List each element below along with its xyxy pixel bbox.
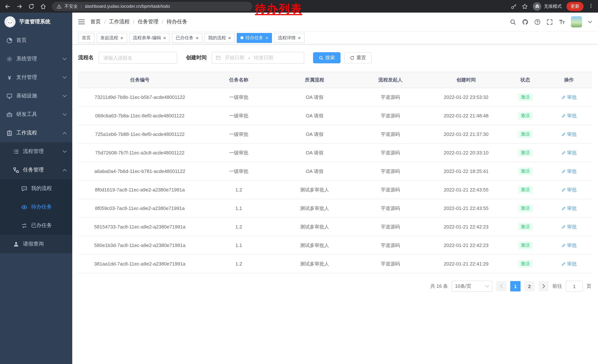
address-bar[interactable]: 不安全 | dashboard.yudao.iocoder.cn/bpm/tas… <box>52 2 252 11</box>
sidebar-toggle-icon[interactable] <box>78 19 85 25</box>
task-id-cell: 8f0d1619-7ac8-11ec-a9e2-a2380e71991a <box>78 180 201 199</box>
logo-avatar <box>4 16 16 27</box>
tab-label: 我的流程 <box>208 35 226 41</box>
avatar-caret-icon[interactable] <box>588 21 592 23</box>
create-time-cell: 2022-01-21 22:43:55 <box>428 199 505 218</box>
approve-link[interactable]: 审批 <box>561 205 577 212</box>
approve-link[interactable]: 审批 <box>561 242 577 249</box>
sidebar-item-system[interactable]: 系统管理 <box>0 50 72 68</box>
goto-page-input[interactable] <box>566 281 583 292</box>
approve-link[interactable]: 审批 <box>561 260 577 267</box>
view-tab[interactable]: 流程详情 × <box>274 33 304 43</box>
create-time-cell: 2022-01-21 22:41:29 <box>428 255 505 273</box>
tab-label: 流程表单-编辑 <box>133 35 161 41</box>
status-cell: 激活 <box>505 199 546 218</box>
tab-label: 已办任务 <box>176 35 193 41</box>
view-tab[interactable]: 发起流程 × <box>97 33 127 43</box>
sidebar-item-process-management[interactable]: 流程管理 <box>0 142 72 161</box>
sidebar-item-payment[interactable]: ¥ 支付管理 <box>0 68 72 87</box>
table-row: 8f0d1619-7ac8-11ec-a9e2-a2380e71991a 1.2… <box>78 180 592 199</box>
browser-home-icon[interactable] <box>40 3 46 9</box>
bookmark-star-icon[interactable] <box>522 3 528 9</box>
breadcrumb-item[interactable]: 任务管理 <box>130 18 158 25</box>
url-text[interactable]: dashboard.yudao.iocoder.cn/bpm/task/todo <box>85 4 170 9</box>
search-button[interactable]: 搜索 <box>313 52 341 63</box>
table-row: 58154733-7ac8-11ec-a9e2-a2380e71991a 1.2… <box>78 218 592 236</box>
tab-label: 待办任务 <box>245 35 263 41</box>
sidebar-item-leave-query[interactable]: 请假查询 <box>0 235 72 253</box>
view-tab[interactable]: 流程表单-编辑 × <box>129 33 170 43</box>
tab-close-icon[interactable]: × <box>163 35 166 40</box>
sidebar-item-label: 我的流程 <box>31 185 52 192</box>
status-badge: 激活 <box>518 186 533 194</box>
view-tab[interactable]: 首页 × <box>78 33 94 43</box>
status-cell: 激活 <box>505 88 546 106</box>
sidebar-item-infrastructure[interactable]: 基础设施 <box>0 87 72 105</box>
browser-reload-icon[interactable] <box>28 3 34 9</box>
view-tab[interactable]: 我的流程 × <box>205 33 235 43</box>
tab-close-icon[interactable]: × <box>196 35 199 40</box>
page-number-button[interactable]: 2 <box>524 281 535 291</box>
approve-label: 审批 <box>567 224 577 230</box>
browser-back-icon[interactable] <box>4 3 11 9</box>
chevron-up-icon <box>63 132 67 134</box>
view-tab[interactable]: 待办任务 × <box>237 33 272 43</box>
breadcrumb-item[interactable]: 待办任务 <box>158 18 187 25</box>
tab-close-icon[interactable]: × <box>298 35 301 40</box>
prev-page-button[interactable] <box>496 281 507 291</box>
date-range-picker[interactable]: 开始日期 - 结束日期 <box>212 52 304 64</box>
process-name-input[interactable] <box>99 52 177 64</box>
edit-icon <box>561 187 565 192</box>
sidebar-item-label: 流程管理 <box>23 148 44 155</box>
app-logo[interactable]: 芋道管理系统 <box>0 13 72 31</box>
user-avatar[interactable] <box>571 16 582 27</box>
search-icon[interactable] <box>510 19 516 25</box>
table-row: 381aa1dd-7ac8-11ec-a9e2-a2380e71991a 1.2… <box>78 255 592 273</box>
tab-close-icon[interactable]: × <box>266 35 268 40</box>
goto-label: 前往 <box>552 283 562 290</box>
browser-forward-icon[interactable] <box>16 3 23 9</box>
browser-menu-icon[interactable] <box>588 3 594 9</box>
page-size-select[interactable]: 10条/页 <box>452 281 492 292</box>
action-cell: 审批 <box>546 236 592 255</box>
approve-link[interactable]: 审批 <box>561 186 577 193</box>
list-icon <box>13 148 19 155</box>
not-secure-warning-icon[interactable] <box>57 4 61 9</box>
approve-link[interactable]: 审批 <box>561 224 577 230</box>
approve-link[interactable]: 审批 <box>561 168 577 175</box>
task-id-cell: 725a1eb6-7b88-11ec-8ef0-acde48001122 <box>78 125 201 144</box>
status-cell: 激活 <box>505 125 546 144</box>
active-tab-dot <box>241 36 244 39</box>
update-button[interactable]: 更新 <box>566 2 583 11</box>
page-number-button[interactable]: 1 <box>510 281 521 291</box>
fullscreen-icon[interactable] <box>547 19 553 25</box>
breadcrumb-item[interactable]: 首页 <box>91 18 101 25</box>
view-tab[interactable]: 已办任务 × <box>172 33 202 43</box>
reset-button[interactable]: 重置 <box>344 52 372 63</box>
github-icon[interactable] <box>522 19 528 25</box>
sidebar-item-task-management[interactable]: 任务管理 <box>0 161 72 179</box>
font-size-icon[interactable] <box>559 19 565 25</box>
password-key-icon[interactable] <box>511 3 517 9</box>
filter-bar: 流程名 创建时间 开始日期 - 结束日期 <box>78 52 592 64</box>
tab-close-icon[interactable]: × <box>228 35 231 40</box>
sidebar-item-home[interactable]: 首页 <box>0 31 72 50</box>
approve-link[interactable]: 审批 <box>561 94 577 101</box>
sidebar-item-done-tasks[interactable]: 已办任务 <box>0 216 72 235</box>
sidebar-item-todo-tasks[interactable]: 待办任务 <box>0 198 72 216</box>
approve-link[interactable]: 审批 <box>561 131 577 138</box>
action-cell: 审批 <box>546 218 592 236</box>
breadcrumb-item[interactable]: 工作流程 <box>101 18 130 25</box>
sidebar-item-workflow[interactable]: 工作流程 <box>0 124 72 142</box>
task-id-cell: 069c6a63-7b8a-11ec-8ef0-acde48001122 <box>78 106 201 125</box>
sidebar-item-devtools[interactable]: 研发工具 <box>0 105 72 124</box>
next-page-button[interactable] <box>538 281 549 291</box>
approve-link[interactable]: 审批 <box>561 112 577 119</box>
starter-cell: 芋道源码 <box>353 199 428 218</box>
tab-close-icon[interactable]: × <box>120 35 123 40</box>
status-badge: 激活 <box>518 93 533 101</box>
approve-link[interactable]: 审批 <box>561 149 577 156</box>
action-cell: 审批 <box>546 180 592 199</box>
help-icon[interactable] <box>534 19 540 25</box>
sidebar-item-my-process[interactable]: 我的流程 <box>0 179 72 198</box>
